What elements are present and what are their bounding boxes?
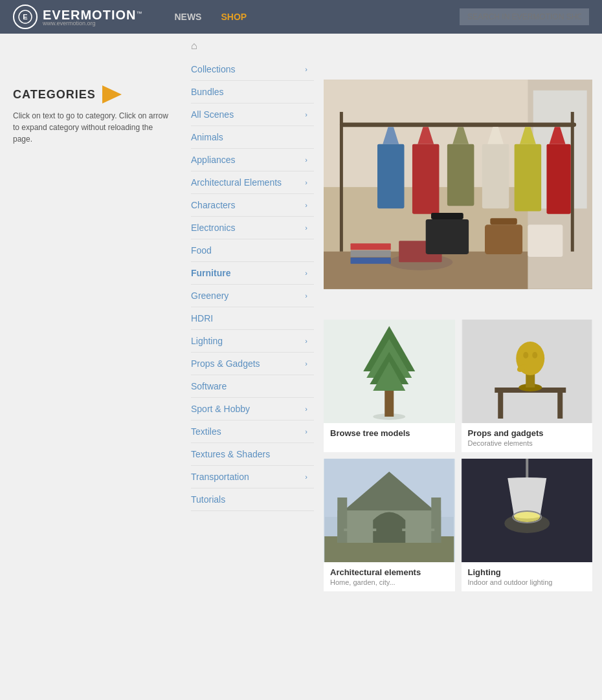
- svg-rect-58: [402, 529, 434, 531]
- nav-shop[interactable]: SHOP: [221, 12, 247, 22]
- svg-rect-54: [373, 520, 405, 543]
- thumb-card-arch[interactable]: Architectural elements Home, garden, cit…: [324, 459, 455, 591]
- categories-hint: Click on text to go to category. Click o…: [13, 110, 168, 145]
- breadcrumb: ⌂: [191, 40, 592, 52]
- site-header: E EVERMOTION™ www.evermotion.org NEWS SH…: [0, 0, 602, 34]
- chevron-icon: ›: [305, 473, 307, 481]
- thumb-caption-trees: Browse tree models: [324, 423, 455, 444]
- nav-link-hdri[interactable]: HDRI: [191, 313, 213, 323]
- thumb-row-1: Browse tree models: [324, 320, 592, 452]
- nav-item-collections[interactable]: Collections ›: [191, 58, 314, 81]
- chevron-icon: ›: [305, 224, 307, 232]
- svg-rect-31: [351, 257, 391, 264]
- nav-link-textiles[interactable]: Textiles: [191, 426, 221, 437]
- nav-link-greenery[interactable]: Greenery: [191, 290, 229, 301]
- nav-item-bundles[interactable]: Bundles: [191, 81, 314, 104]
- svg-rect-28: [528, 224, 563, 257]
- svg-rect-15: [447, 144, 474, 206]
- nav-link-electronics[interactable]: Electronics: [191, 223, 235, 233]
- svg-rect-17: [482, 144, 509, 209]
- nav-link-allscenes[interactable]: All Scenes: [191, 109, 234, 120]
- svg-point-47: [532, 352, 537, 358]
- thumb-img-trees: [324, 320, 455, 423]
- thumb-img-arch: [324, 459, 455, 562]
- svg-rect-11: [377, 144, 405, 209]
- content-columns: Collections › Bundles All Scenes › Anima…: [191, 58, 592, 598]
- nav-link-sport[interactable]: Sport & Hobby: [191, 404, 250, 414]
- nav-item-allscenes[interactable]: All Scenes ›: [191, 104, 314, 126]
- svg-rect-41: [498, 393, 503, 419]
- nav-item-hdri[interactable]: HDRI: [191, 307, 314, 330]
- svg-text:E: E: [23, 13, 27, 21]
- nav-news[interactable]: NEWS: [174, 12, 201, 22]
- chevron-icon: ›: [305, 360, 307, 367]
- thumb-caption-lighting: Lighting Indoor and outdoor lighting: [462, 562, 593, 591]
- svg-rect-57: [344, 529, 376, 531]
- thumb-card-props[interactable]: Props and gadgets Decorative elements: [462, 320, 593, 452]
- main-product-image[interactable]: [324, 58, 592, 313]
- thumb-title-arch: Architectural elements: [330, 567, 449, 577]
- svg-rect-21: [546, 144, 570, 214]
- thumb-card-trees[interactable]: Browse tree models: [324, 320, 455, 452]
- svg-rect-13: [412, 144, 440, 214]
- nav-item-software[interactable]: Software: [191, 375, 314, 398]
- nav-link-furniture[interactable]: Furniture: [191, 268, 230, 278]
- nav-link-arch[interactable]: Architectural Elements: [191, 177, 282, 188]
- nav-link-software[interactable]: Software: [191, 381, 227, 391]
- nav-link-tutorials[interactable]: Tutorials: [191, 494, 225, 505]
- svg-rect-34: [385, 391, 394, 417]
- nav-item-appliances[interactable]: Appliances ›: [191, 149, 314, 171]
- nav-link-transport[interactable]: Transportation: [191, 472, 249, 482]
- nav-link-lighting[interactable]: Lighting: [191, 336, 223, 346]
- nav-link-bundles[interactable]: Bundles: [191, 87, 224, 97]
- nav-item-food[interactable]: Food: [191, 239, 314, 262]
- category-nav: Collections › Bundles All Scenes › Anima…: [191, 58, 314, 598]
- thumb-title-trees: Browse tree models: [330, 428, 449, 438]
- svg-rect-7: [340, 123, 576, 127]
- nav-item-furniture[interactable]: Furniture ›: [191, 262, 314, 285]
- nav-link-textures[interactable]: Textures & Shaders: [191, 449, 270, 459]
- svg-point-46: [523, 352, 528, 358]
- nav-item-props[interactable]: Props & Gadgets ›: [191, 353, 314, 375]
- nav-item-textiles[interactable]: Textiles ›: [191, 421, 314, 443]
- nav-item-greenery[interactable]: Greenery ›: [191, 285, 314, 307]
- nav-link-characters[interactable]: Characters: [191, 200, 235, 210]
- svg-rect-30: [351, 250, 391, 257]
- arrow-right-icon: [102, 85, 122, 104]
- nav-item-transport[interactable]: Transportation ›: [191, 466, 314, 488]
- nav-link-props[interactable]: Props & Gadgets: [191, 358, 260, 369]
- nav-item-tutorials[interactable]: Tutorials: [191, 488, 314, 511]
- thumb-caption-props: Props and gadgets Decorative elements: [462, 423, 593, 452]
- nav-item-sport[interactable]: Sport & Hobby ›: [191, 398, 314, 421]
- logo-circle: E: [13, 5, 38, 29]
- chevron-icon: ›: [305, 65, 307, 73]
- svg-rect-56: [431, 498, 441, 543]
- nav-item-animals[interactable]: Animals: [191, 126, 314, 149]
- svg-rect-26: [426, 219, 469, 254]
- svg-rect-27: [431, 213, 463, 219]
- chevron-icon: ›: [305, 428, 307, 435]
- nav-item-arch[interactable]: Architectural Elements ›: [191, 171, 314, 194]
- thumb-caption-arch: Architectural elements Home, garden, cit…: [324, 562, 455, 591]
- chevron-icon: ›: [305, 405, 307, 413]
- nav-item-electronics[interactable]: Electronics ›: [191, 217, 314, 239]
- nav-link-food[interactable]: Food: [191, 245, 212, 256]
- content-area: ⌂ Collections › Bundles All Scenes › Ani…: [181, 34, 602, 604]
- sidebar-left: CATEGORIES Click on text to go to catego…: [0, 34, 181, 604]
- thumb-title-lighting: Lighting: [468, 567, 586, 577]
- nav-link-animals[interactable]: Animals: [191, 132, 223, 142]
- svg-rect-25: [490, 218, 517, 224]
- categories-label: CATEGORIES: [13, 88, 96, 102]
- nav-item-lighting[interactable]: Lighting ›: [191, 330, 314, 353]
- home-icon[interactable]: ⌂: [191, 40, 197, 52]
- chevron-icon: ›: [305, 292, 307, 300]
- nav-link-appliances[interactable]: Appliances: [191, 155, 236, 165]
- nav-item-characters[interactable]: Characters ›: [191, 194, 314, 217]
- nav-link-collections[interactable]: Collections: [191, 64, 235, 74]
- thumb-card-lighting[interactable]: Lighting Indoor and outdoor lighting: [462, 459, 593, 591]
- svg-rect-9: [571, 112, 574, 252]
- nav-item-textures[interactable]: Textures & Shaders: [191, 443, 314, 466]
- svg-rect-19: [515, 144, 542, 212]
- search-input[interactable]: [460, 8, 589, 25]
- thumb-title-props: Props and gadgets: [468, 428, 586, 438]
